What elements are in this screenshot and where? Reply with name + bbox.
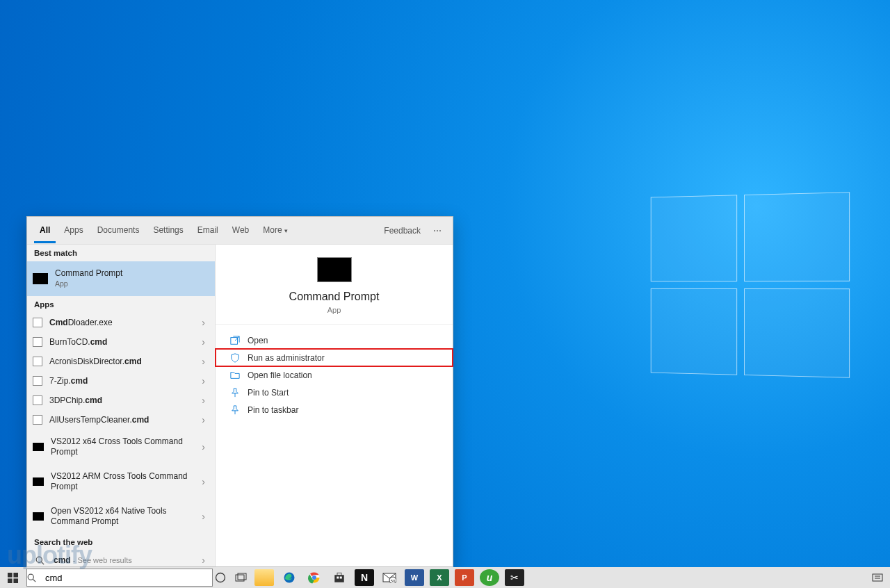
svg-rect-2: [231, 337, 238, 344]
result-app[interactable]: Open VS2012 x64 Native Tools Command Pro…: [27, 499, 215, 534]
file-icon: [33, 415, 42, 425]
result-best-match[interactable]: Command Prompt App: [27, 261, 215, 296]
tab-email[interactable]: Email: [192, 218, 224, 243]
tab-documents[interactable]: Documents: [92, 218, 145, 243]
svg-rect-6: [13, 573, 18, 578]
search-input[interactable]: [45, 569, 212, 586]
web-term: cmd - See web results: [54, 555, 199, 566]
command-prompt-icon: [33, 273, 48, 284]
pin-icon: [228, 405, 242, 415]
chevron-right-icon: ›: [199, 441, 208, 452]
command-prompt-icon: [33, 443, 44, 451]
taskbar-app-word[interactable]: W: [405, 569, 424, 586]
section-search-web: Search the web: [27, 534, 215, 550]
result-title: 7-Zip.cmd: [49, 376, 199, 386]
detail-title: Command Prompt: [289, 291, 380, 303]
taskbar-app-mail[interactable]: 50: [380, 569, 399, 586]
file-icon: [33, 357, 42, 366]
result-title: 3DPChip.cmd: [49, 395, 199, 406]
tab-settings[interactable]: Settings: [147, 218, 188, 243]
svg-point-3: [28, 574, 33, 580]
search-icon: [27, 573, 45, 582]
result-app[interactable]: AcronisDiskDirector.cmd ›: [27, 352, 215, 371]
svg-point-9: [216, 573, 225, 582]
feedback-link[interactable]: Feedback: [378, 226, 426, 236]
action-label: Pin to taskbar: [248, 405, 298, 415]
action-label: Open file location: [248, 370, 312, 380]
svg-line-1: [41, 562, 44, 564]
svg-rect-5: [8, 573, 13, 578]
taskbar-app-snip[interactable]: ✂: [505, 569, 524, 586]
svg-rect-22: [873, 574, 882, 581]
flyout-more-button[interactable]: ⋯: [429, 223, 446, 238]
result-app[interactable]: AllUsersTempCleaner.cmd ›: [27, 410, 215, 430]
svg-line-4: [33, 579, 36, 582]
result-title: AllUsersTempCleaner.cmd: [49, 415, 199, 425]
folder-icon: [228, 370, 242, 380]
system-tray[interactable]: [872, 573, 887, 582]
tab-more[interactable]: More ▾: [257, 218, 293, 243]
windows-logo-graphic: [651, 192, 843, 377]
result-app[interactable]: VS2012 ARM Cross Tools Command Prompt ›: [27, 464, 215, 499]
section-apps: Apps: [27, 296, 215, 313]
action-open-file-location[interactable]: Open file location: [216, 366, 453, 384]
cortana-button[interactable]: [210, 568, 231, 587]
file-icon: [33, 337, 42, 347]
taskbar-app-excel[interactable]: X: [430, 569, 449, 586]
chevron-right-icon: ›: [199, 356, 208, 367]
result-title: Open VS2012 x64 Native Tools Command Pro…: [51, 506, 199, 527]
chevron-right-icon: ›: [199, 414, 208, 425]
result-title: AcronisDiskDirector.cmd: [49, 357, 199, 367]
best-match-title: Command Prompt: [55, 268, 208, 279]
start-button[interactable]: [3, 568, 22, 587]
svg-rect-10: [236, 575, 244, 581]
keyboard-icon: [872, 573, 883, 582]
svg-rect-18: [340, 577, 342, 579]
svg-point-14: [312, 575, 316, 580]
result-app[interactable]: 7-Zip.cmd ›: [27, 371, 215, 391]
tab-web[interactable]: Web: [227, 218, 254, 243]
taskbar-app-chrome[interactable]: [305, 569, 324, 586]
result-app[interactable]: VS2012 x64 Cross Tools Command Prompt ›: [27, 430, 215, 464]
taskbar-app-store[interactable]: [330, 569, 349, 586]
action-label: Run as administrator: [248, 353, 325, 363]
taskbar-search-box[interactable]: [26, 569, 213, 587]
svg-rect-11: [238, 573, 246, 580]
action-run-as-admin[interactable]: Run as administrator: [216, 349, 453, 366]
chevron-right-icon: ›: [199, 555, 208, 566]
chevron-right-icon: ›: [199, 317, 208, 328]
svg-rect-8: [13, 578, 18, 583]
result-app[interactable]: BurnToCD.cmd ›: [27, 332, 215, 352]
action-pin-to-taskbar[interactable]: Pin to taskbar: [216, 401, 453, 418]
detail-subtitle: App: [327, 306, 341, 314]
chevron-right-icon: ›: [199, 336, 208, 348]
pin-icon: [228, 388, 242, 398]
svg-point-0: [36, 557, 42, 562]
command-prompt-icon: [33, 512, 44, 521]
action-open[interactable]: Open: [216, 332, 453, 349]
result-title: BurnToCD.cmd: [49, 337, 199, 348]
taskbar-app-notion[interactable]: N: [355, 569, 374, 586]
command-prompt-icon: [33, 477, 44, 486]
file-icon: [33, 376, 42, 386]
taskbar-app-powerpoint[interactable]: P: [455, 569, 474, 586]
result-app[interactable]: 3DPChip.cmd ›: [27, 391, 215, 410]
taskbar-app-edge[interactable]: [280, 569, 299, 586]
result-app[interactable]: CmdDloader.exe ›: [27, 313, 215, 332]
search-flyout: All Apps Documents Settings Email Web Mo…: [26, 216, 453, 567]
action-label: Open: [248, 336, 268, 345]
svg-text:50: 50: [391, 579, 396, 583]
taskbar-app-utorrent[interactable]: u: [480, 569, 499, 586]
svg-rect-7: [8, 578, 13, 583]
tab-apps[interactable]: Apps: [58, 218, 88, 243]
action-pin-to-start[interactable]: Pin to Start: [216, 384, 453, 401]
svg-rect-17: [337, 577, 339, 579]
chevron-right-icon: ›: [199, 511, 208, 522]
action-label: Pin to Start: [248, 388, 289, 398]
svg-rect-15: [334, 575, 344, 582]
taskbar-app-file-explorer[interactable]: [254, 569, 274, 586]
result-title: CmdDloader.exe: [49, 318, 199, 328]
tab-all[interactable]: All: [34, 218, 56, 243]
result-web-search[interactable]: cmd - See web results ›: [27, 550, 215, 566]
task-view-button[interactable]: [231, 568, 252, 587]
